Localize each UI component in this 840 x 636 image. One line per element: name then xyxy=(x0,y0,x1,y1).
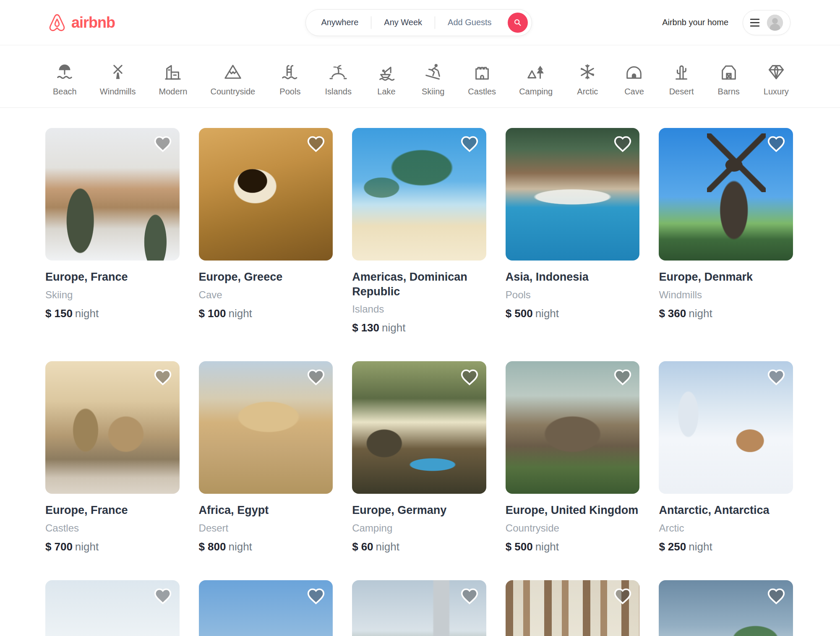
listing-card[interactable] xyxy=(199,580,333,636)
heart-icon[interactable] xyxy=(154,587,172,605)
category-item[interactable]: Luxury xyxy=(764,62,789,96)
listing-card[interactable] xyxy=(352,580,486,636)
search-anywhere[interactable]: Anywhere xyxy=(308,18,371,27)
heart-icon[interactable] xyxy=(767,135,785,153)
price-unit: night xyxy=(228,540,252,553)
category-item[interactable]: Countryside xyxy=(211,62,256,96)
listing-title: Europe, France xyxy=(45,270,180,284)
category-item[interactable]: Arctic xyxy=(576,62,599,96)
heart-icon[interactable] xyxy=(767,587,785,605)
listing-card[interactable]: Antarctic, Antarctica Arctic $250night xyxy=(659,361,793,553)
category-label: Castles xyxy=(468,87,496,96)
price-currency: $ xyxy=(199,307,205,320)
price-unit: night xyxy=(75,540,99,553)
listing-image[interactable] xyxy=(352,580,486,636)
heart-icon[interactable] xyxy=(307,587,325,605)
listing-title: Asia, Indonesia xyxy=(506,270,640,284)
category-item[interactable]: Skiing xyxy=(421,62,445,96)
category-label: Modern xyxy=(159,87,188,96)
listing-card[interactable]: Africa, Egypt Desert $800night xyxy=(199,361,333,553)
price-currency: $ xyxy=(45,540,51,553)
luxury-icon xyxy=(767,62,786,81)
heart-icon[interactable] xyxy=(613,368,632,386)
heart-icon[interactable] xyxy=(460,368,479,386)
listing-price: $130night xyxy=(352,321,486,334)
price-currency: $ xyxy=(659,540,665,553)
category-item[interactable]: Lake xyxy=(375,62,398,96)
listing-card[interactable] xyxy=(506,580,640,636)
category-item[interactable]: Desert xyxy=(669,62,694,96)
listing-image[interactable] xyxy=(45,361,180,494)
listing-image[interactable] xyxy=(199,361,333,494)
listing-image[interactable] xyxy=(45,580,180,636)
heart-icon[interactable] xyxy=(460,587,479,605)
heart-icon[interactable] xyxy=(613,587,632,605)
category-item[interactable]: Castles xyxy=(468,62,496,96)
heart-icon[interactable] xyxy=(154,368,172,386)
listing-card[interactable]: Europe, Greece Cave $100night xyxy=(199,128,333,334)
search-button[interactable] xyxy=(508,13,528,33)
category-item[interactable]: Modern xyxy=(159,62,188,96)
user-menu-button[interactable] xyxy=(743,10,790,35)
category-item[interactable]: Pools xyxy=(278,62,302,96)
listing-card[interactable]: Europe, Denmark Windmills $360night xyxy=(659,128,793,334)
price-amount: 250 xyxy=(668,540,686,553)
category-item[interactable]: Beach xyxy=(53,62,77,96)
listing-image[interactable] xyxy=(506,361,640,494)
listing-card[interactable]: Europe, France Castles $700night xyxy=(45,361,180,553)
search-add-guests[interactable]: Add Guests xyxy=(435,18,504,27)
heart-icon[interactable] xyxy=(613,135,632,153)
listing-card[interactable]: Europe, Germany Camping $60night xyxy=(352,361,486,553)
listing-image[interactable] xyxy=(506,580,640,636)
heart-icon[interactable] xyxy=(767,368,785,386)
category-label: Countryside xyxy=(211,87,256,96)
listing-image[interactable] xyxy=(659,361,793,494)
listing-price: $250night xyxy=(659,540,793,553)
search-bar[interactable]: Anywhere Any Week Add Guests xyxy=(305,9,532,36)
listing-card[interactable]: Americas, Dominican Republic Islands $13… xyxy=(352,128,486,334)
castles-icon xyxy=(472,62,492,81)
listing-card[interactable]: Europe, France Skiing $150night xyxy=(45,128,180,334)
price-unit: night xyxy=(228,307,252,320)
listing-image[interactable] xyxy=(659,580,793,636)
heart-icon[interactable] xyxy=(307,368,325,386)
listing-image[interactable] xyxy=(199,128,333,261)
heart-icon[interactable] xyxy=(154,135,172,153)
skiing-icon xyxy=(423,62,443,81)
listing-image[interactable] xyxy=(352,361,486,494)
listing-image[interactable] xyxy=(199,580,333,636)
listing-card[interactable]: Europe, United Kingdom Countryside $500n… xyxy=(506,361,640,553)
search-icon xyxy=(513,18,522,27)
cave-icon xyxy=(624,62,644,81)
category-label: Arctic xyxy=(577,87,598,96)
category-item[interactable]: Cave xyxy=(622,62,646,96)
category-item[interactable]: Islands xyxy=(325,62,352,96)
listing-price: $100night xyxy=(199,307,333,320)
listing-image[interactable] xyxy=(352,128,486,261)
category-item[interactable]: Windmills xyxy=(100,62,136,96)
category-label: Islands xyxy=(325,87,352,96)
heart-icon[interactable] xyxy=(460,135,479,153)
airbnb-your-home-link[interactable]: Airbnb your home xyxy=(662,18,728,27)
islands-icon xyxy=(329,62,348,81)
lake-icon xyxy=(377,62,396,81)
listing-card[interactable]: Asia, Indonesia Pools $500night xyxy=(506,128,640,334)
top-nav: airbnb Anywhere Any Week Add Guests Airb… xyxy=(0,0,840,45)
listing-category: Desert xyxy=(199,522,333,534)
search-any-week[interactable]: Any Week xyxy=(371,18,435,27)
listing-title: Europe, France xyxy=(45,503,180,518)
listing-image[interactable] xyxy=(659,128,793,261)
airbnb-logo[interactable]: airbnb xyxy=(47,13,115,33)
listing-category: Skiing xyxy=(45,289,180,301)
heart-icon[interactable] xyxy=(307,135,325,153)
category-item[interactable]: Camping xyxy=(519,62,553,96)
category-label: Beach xyxy=(53,87,77,96)
listing-price: $800night xyxy=(199,540,333,553)
price-unit: night xyxy=(382,321,405,334)
listing-image[interactable] xyxy=(45,128,180,261)
category-item[interactable]: Barns xyxy=(717,62,741,96)
listing-card[interactable] xyxy=(659,580,793,636)
listing-image[interactable] xyxy=(506,128,640,261)
listing-card[interactable] xyxy=(45,580,180,636)
price-amount: 130 xyxy=(361,321,379,334)
